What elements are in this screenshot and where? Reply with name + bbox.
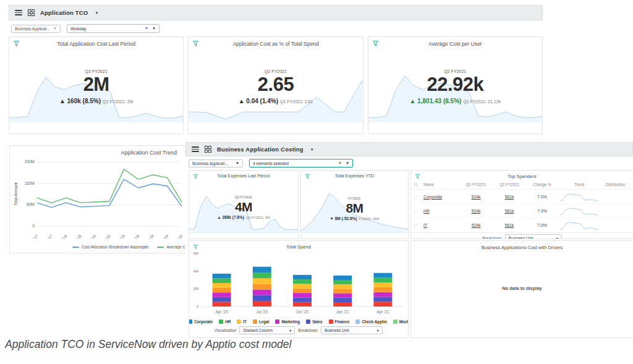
breakdown-select[interactable]: Business Unit ▾ [321, 326, 383, 334]
legend-item[interactable]: Finance [329, 320, 350, 324]
clear-icon[interactable]: ✕ [338, 161, 342, 166]
visualization-select[interactable]: Stacked Column ▾ [239, 326, 295, 334]
window-application-tco: Application TCO ▼ Business Applicat... ▼… [9, 5, 543, 134]
kpi-delta: ▲ 160k (8.5%) [59, 98, 101, 104]
row-name-link[interactable]: Corporate [423, 195, 459, 199]
filter-icon[interactable] [372, 40, 379, 47]
legend-swatch [189, 320, 192, 324]
table-row[interactable]: ☆ IT 524k 561k 7.0% [411, 218, 633, 232]
legend-swatch [219, 320, 223, 324]
row-trend-sparkline [560, 219, 598, 231]
x-tick-label: 4/2018 [101, 234, 111, 239]
kpi-period: Q2 FY2021 [189, 69, 362, 74]
filter-icon[interactable] [13, 40, 20, 47]
kpi-card-total-expenses-ytd: Total Expenses YTD FY2021 8M ▼ 8M (-52.6… [300, 170, 409, 239]
star-icon[interactable]: ☆ [414, 194, 423, 200]
x-tick-label: 1/2018 [57, 234, 68, 239]
row-q2-link[interactable]: 561k [493, 209, 526, 213]
row-name-link[interactable]: IT [423, 223, 459, 227]
x-tick-label: 4/2019 [159, 234, 169, 239]
dashboard-grid-icon[interactable] [28, 9, 35, 16]
legend-item[interactable]: IT [237, 320, 247, 324]
row-trend-sparkline [560, 190, 598, 203]
total-spend-legend: CorporateHRITLegalMarketingSalesFinanceC… [189, 320, 408, 324]
chevron-down-icon[interactable]: ▼ [310, 148, 314, 151]
kpi-card-row: Total Application Cost Last Period Q2 FY… [9, 36, 543, 134]
kpi-value: 8M [301, 201, 408, 214]
row-q1-link[interactable]: 524k [459, 195, 493, 199]
kpi-period: Q2 FY2021 [9, 69, 183, 74]
y-tick-label: 80M [27, 202, 35, 206]
column-header[interactable]: Q2 FY2021 [493, 182, 526, 187]
x-tick-label: Jan '21 [336, 310, 349, 314]
column-header[interactable]: Name [423, 182, 459, 187]
clear-icon[interactable]: ✕ [145, 26, 148, 31]
filter-field-select[interactable]: Business Applicati... ▼ [189, 159, 243, 167]
y-tick-label: 4M [193, 269, 198, 273]
filter-icon[interactable] [193, 174, 198, 179]
row-change: 7.0% [526, 223, 558, 227]
chevron-down-icon[interactable]: ▼ [346, 161, 349, 165]
legend-item[interactable]: Mock [393, 320, 409, 324]
table-row[interactable]: ☆ HR 524k 561k 7.0% [411, 204, 633, 218]
row-q2-link[interactable]: 561k [493, 195, 526, 199]
filter-value-input[interactable]: Workday ✕ ▼ [67, 24, 159, 33]
x-tick-label: Oct '20 [296, 310, 309, 314]
window-title[interactable]: Application TCO [40, 9, 88, 16]
star-icon[interactable]: ☆ [414, 222, 423, 228]
legend-swatch [157, 247, 164, 248]
legend-swatch [329, 320, 333, 324]
visualization-label: Visualization [215, 328, 236, 332]
row-q2-link[interactable]: 561k [493, 223, 526, 227]
legend-item[interactable]: Marketing [275, 320, 300, 324]
filter-icon[interactable] [192, 40, 199, 47]
breakdown-select[interactable]: Business Unit ▾ [505, 234, 562, 240]
x-tick-label: 3/2018 [87, 234, 97, 239]
row-name-link[interactable]: HR [423, 209, 459, 213]
column-header[interactable]: Distribution [600, 182, 631, 187]
column-header[interactable]: Q1 FY2021 [459, 182, 493, 187]
menu-icon[interactable] [15, 9, 22, 17]
filter-icon[interactable] [193, 244, 198, 250]
column-header[interactable]: Trend [558, 182, 600, 187]
y-tick-label: 240M [25, 159, 35, 164]
legend-item[interactable]: HR [219, 320, 231, 324]
row-q1-link[interactable]: 524k [459, 209, 493, 213]
legend-item[interactable]: Legal [253, 320, 269, 324]
y-tick-label: 2M [193, 287, 198, 290]
x-tick-label: 2/2018 [72, 234, 83, 239]
legend-item[interactable]: Check Apptio [355, 320, 386, 324]
table-row[interactable]: ☆ Corporate 524k 561k 7.0% [411, 190, 633, 204]
window-business-application-costing: Business Application Costing ▼ Business … [185, 142, 633, 338]
kpi-value: 2.65 [189, 75, 362, 95]
costing-row-2: Total Spend 6M4M2M0Apr '20Jul '20Oct '20… [185, 240, 633, 338]
card-title: Total Expenses YTD [301, 171, 408, 178]
chevron-down-icon: ▾ [289, 328, 291, 332]
menu-icon[interactable] [192, 146, 199, 153]
legend-item[interactable]: Sales [306, 320, 322, 324]
dashboard-grid-icon[interactable] [205, 146, 211, 153]
filter-icon[interactable] [415, 174, 420, 179]
star-icon[interactable]: ☆ [414, 208, 423, 214]
window-title[interactable]: Business Application Costing [217, 146, 304, 153]
chevron-down-icon[interactable]: ▼ [95, 11, 98, 15]
application-cost-trend-panel: Application Cost Trend 240M160M80M0Total… [9, 145, 187, 253]
filter-field-select[interactable]: Business Applicat... ▼ [11, 25, 61, 33]
chevron-down-icon[interactable]: ▼ [152, 27, 156, 30]
chart-title: Total Spend [189, 241, 408, 250]
kpi-delta: ▼ 8M (-52.6%) [329, 216, 357, 221]
x-tick-label: Jul '20 [257, 310, 268, 314]
filter-value-input[interactable]: 4 elements selected ✕ ▼ [249, 159, 353, 167]
card-title: Application Cost as % of Total Spend [189, 37, 362, 47]
column-header[interactable]: Change % [526, 182, 558, 187]
image-caption: Application TCO in ServiceNow driven by … [5, 338, 291, 351]
top-spenders-header-row: ☆ Name Q1 FY2021 Q2 FY2021 Change % Tren… [411, 179, 633, 190]
y-tick-label: 0 [197, 305, 199, 308]
star-icon[interactable]: ☆ [414, 182, 423, 187]
legend-swatch [237, 320, 241, 324]
legend-item[interactable]: Corporate [189, 320, 213, 324]
filter-icon[interactable] [305, 174, 310, 179]
row-change: 7.0% [526, 209, 558, 213]
row-q1-link[interactable]: 524k [459, 223, 493, 227]
y-tick-label: 0 [32, 224, 35, 228]
